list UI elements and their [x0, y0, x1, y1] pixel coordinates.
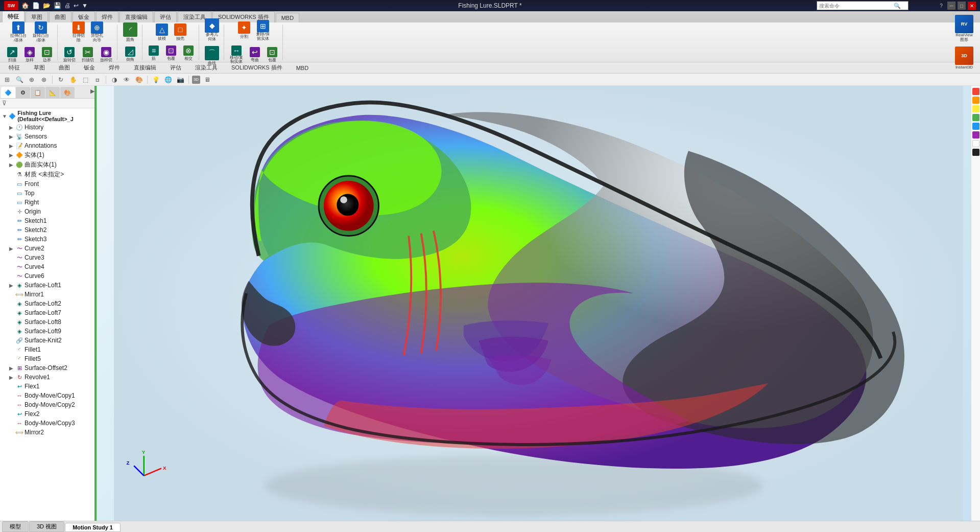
subtab-sketch[interactable]: 草图 — [27, 62, 52, 73]
save-icon[interactable]: 💾 — [54, 2, 61, 9]
tree-item-bodymove3[interactable]: ▶ ↔ Body-Move/Copy3 — [0, 419, 97, 428]
intersect-button[interactable]: ⊗ 相交 — [180, 44, 197, 63]
tree-item-flex1[interactable]: ▶ ↩ Flex1 — [0, 382, 97, 391]
panel-tab-config[interactable]: 📋 — [31, 87, 45, 98]
tree-item-surface-offset2[interactable]: ▶ ⊞ Surface-Offset2 — [0, 363, 97, 373]
view-monitor-icon[interactable]: 🖥 — [202, 75, 212, 85]
open-icon[interactable]: 📂 — [43, 2, 51, 9]
color-swatch-orange[interactable] — [972, 97, 979, 104]
tab-curve[interactable]: 曲图 — [49, 11, 71, 22]
view-zoom-fit-icon[interactable]: ⬚ — [80, 75, 90, 85]
help-icon[interactable]: ? — [937, 2, 945, 10]
realview-button[interactable]: RV RealView图形 — [952, 13, 976, 44]
sweep-cut-button[interactable]: ✂ 扫描切 — [79, 45, 97, 64]
subtab-direct[interactable]: 直接编辑 — [127, 62, 163, 73]
history-expand[interactable]: ▶ — [8, 124, 14, 130]
view-hide-icon[interactable]: 👁 — [122, 75, 132, 85]
chamfer-button[interactable]: ◿ 倒角 — [122, 45, 138, 64]
tree-resize-handle[interactable] — [94, 86, 97, 521]
curve2-expand[interactable]: ▶ — [8, 245, 14, 251]
root-expand[interactable]: ▼ — [2, 113, 7, 119]
view-lights-icon[interactable]: 💡 — [151, 75, 161, 85]
view-section-icon[interactable]: ⧈ — [92, 75, 103, 85]
tree-item-surface1[interactable]: ▶ 🟢 曲面实体(1) — [0, 160, 97, 170]
undo-icon[interactable]: ↩ — [74, 2, 79, 9]
tree-item-revolve1[interactable]: ▶ ↻ Revolve1 — [0, 373, 97, 382]
tree-item-sensors[interactable]: ▶ 📡 Sensors — [0, 132, 97, 141]
view-zoom3-icon[interactable]: ⊗ — [39, 75, 49, 85]
wrap2-button[interactable]: ⊡ 包覆 — [264, 45, 280, 64]
split-button[interactable]: ✦ 分割 — [235, 20, 253, 41]
tree-item-origin[interactable]: ▶ ✛ Origin — [0, 207, 97, 216]
hole-button[interactable]: ⊕ 异型孔向导 — [88, 20, 106, 44]
tree-item-fillet1[interactable]: ▶ ◜ Fillet1 — [0, 345, 97, 354]
tree-item-curve2[interactable]: ▶ 〜 Curve2 — [0, 244, 97, 253]
tree-item-annotations[interactable]: ▶ 📝 Annotations — [0, 141, 97, 150]
panel-tab-dim[interactable]: 📐 — [45, 87, 60, 98]
tree-item-mirror1[interactable]: ▶ ⟺ Mirror1 — [0, 290, 97, 299]
view-appear-icon[interactable]: 🎨 — [134, 75, 144, 85]
search-input[interactable] — [817, 3, 894, 9]
subtab-sheetmetal[interactable]: 钣金 — [77, 62, 102, 73]
tree-item-fillet5[interactable]: ▶ ◜ Fillet5 — [0, 354, 97, 363]
surface-offset2-expand[interactable]: ▶ — [8, 365, 14, 371]
tab-mbd[interactable]: MBD — [276, 13, 299, 22]
tree-item-curve4[interactable]: ▶ 〜 Curve4 — [0, 262, 97, 271]
wrap-button[interactable]: ⊡ 包覆 — [163, 44, 179, 63]
search-icon[interactable]: 🔍 — [894, 3, 902, 9]
tree-item-bodymove1[interactable]: ▶ ↔ Body-Move/Copy1 — [0, 391, 97, 400]
view-scene-icon[interactable]: 🌐 — [163, 75, 173, 85]
surface1-expand[interactable]: ▶ — [8, 162, 14, 168]
fillet-button[interactable]: ◜ 圆角 — [121, 21, 140, 44]
tree-item-surface-loft7[interactable]: ▶ ◈ Surface-Loft7 — [0, 308, 97, 317]
subtab-render[interactable]: 渲染工具 — [188, 62, 224, 73]
boundary-cmd-button[interactable]: ⊡ 边界 — [39, 45, 55, 64]
extrude-cut-button[interactable]: ⬇ 拉伸切除 — [70, 20, 87, 44]
tree-item-history[interactable]: ▶ 🕐 History — [0, 123, 97, 132]
viewport[interactable]: X Y Z — [97, 86, 980, 521]
tab-model[interactable]: 模型 — [2, 521, 29, 532]
tab-evaluate[interactable]: 评估 — [154, 11, 177, 22]
color-swatch-black[interactable] — [972, 149, 979, 156]
panel-tab-feature-manager[interactable]: 🔷 — [1, 87, 15, 98]
view-pan-icon[interactable]: ✋ — [68, 75, 78, 85]
subtab-feature[interactable]: 特征 — [2, 62, 27, 73]
tree-item-sketch1[interactable]: ▶ ✏ Sketch1 — [0, 216, 97, 225]
sweep-button[interactable]: ↗ 扫描 — [4, 45, 20, 64]
color-swatch-white[interactable] — [972, 140, 979, 147]
color-swatch-red[interactable] — [972, 88, 979, 95]
draft-button[interactable]: △ 拔模 — [153, 22, 171, 43]
new-icon[interactable]: 📄 — [32, 2, 40, 9]
customize-icon[interactable]: ▼ — [82, 2, 88, 9]
panel-tab-display[interactable]: 🎨 — [60, 87, 75, 98]
rib-button[interactable]: ≡ 筋 — [146, 44, 162, 63]
close-button[interactable]: ✕ — [968, 2, 976, 10]
view-zoom2-icon[interactable]: ⊕ — [27, 75, 37, 85]
tree-item-bodymove2[interactable]: ▶ ↔ Body-Move/Copy2 — [0, 400, 97, 409]
view-display-icon[interactable]: ◑ — [109, 75, 119, 85]
tree-item-right[interactable]: ▶ ▭ Right — [0, 198, 97, 207]
instant3d-button[interactable]: 3D Instant3D — [952, 45, 976, 71]
subtab-mbd[interactable]: MBD — [290, 63, 315, 73]
extrude-button[interactable]: ⬆ 拉伸凸台/基体 — [8, 20, 29, 44]
view-orient-icon[interactable]: ⊞ — [2, 75, 12, 85]
subtab-weld[interactable]: 焊件 — [102, 62, 127, 73]
sensors-expand[interactable]: ▶ — [8, 133, 14, 140]
subtab-addon[interactable]: SOLIDWORKS 插件 — [225, 62, 289, 73]
tree-item-curve6[interactable]: ▶ 〜 Curve6 — [0, 271, 97, 281]
color-swatch-green[interactable] — [972, 114, 979, 121]
tab-3d-view[interactable]: 3D 视图 — [29, 521, 64, 532]
tab-motion-study[interactable]: Motion Study 1 — [65, 523, 121, 532]
tree-item-surface-loft1[interactable]: ▶ ◈ Surface-Loft1 — [0, 281, 97, 290]
tree-item-front[interactable]: ▶ ▭ Front — [0, 179, 97, 189]
tree-item-surface-loft2[interactable]: ▶ ◈ Surface-Loft2 — [0, 299, 97, 308]
combine-button[interactable]: ⊞ 删除/保留实体 — [254, 18, 272, 43]
tree-item-surface-knit2[interactable]: ▶ 🔗 Surface-Knit2 — [0, 336, 97, 345]
surface-loft1-expand[interactable]: ▶ — [8, 282, 14, 288]
loft-cmd-button[interactable]: ◈ 放样 — [21, 45, 38, 64]
tree-item-material[interactable]: ▶ ⚗ 材质 <未指定> — [0, 170, 97, 179]
revolve1-expand[interactable]: ▶ — [8, 374, 14, 380]
filter-icon[interactable]: ⊽ — [2, 100, 7, 107]
maximize-button[interactable]: □ — [958, 2, 966, 10]
revolve-cut-button[interactable]: ↺ 旋转切 — [61, 45, 78, 64]
